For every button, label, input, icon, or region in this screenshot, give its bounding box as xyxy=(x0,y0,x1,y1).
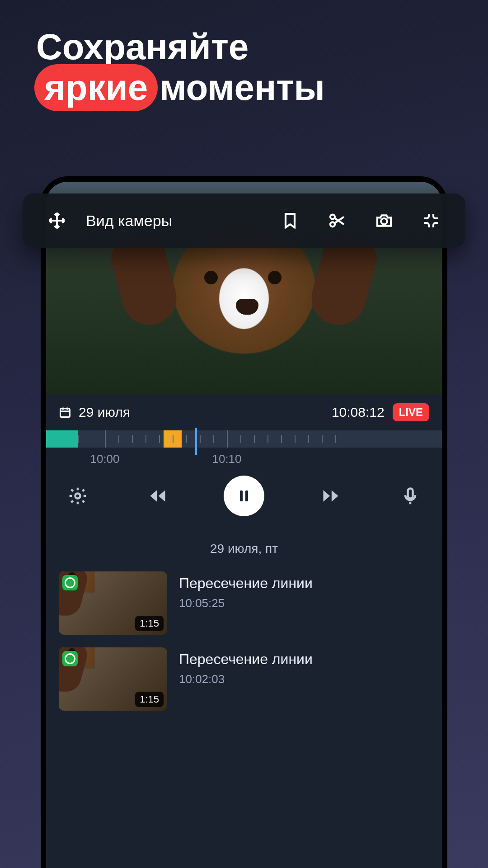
timeline-cursor[interactable] xyxy=(195,428,197,455)
camera-icon[interactable] xyxy=(373,210,395,231)
pause-button[interactable] xyxy=(224,476,264,516)
event-type-icon xyxy=(62,651,78,666)
phone-mockup: 29 июля 10:08:12 LIVE 10: xyxy=(41,176,447,868)
forward-button[interactable] xyxy=(317,482,344,509)
move-icon[interactable] xyxy=(46,210,68,231)
svg-point-1 xyxy=(75,494,80,499)
current-time: 10:08:12 xyxy=(332,405,385,420)
microphone-button[interactable] xyxy=(397,482,424,509)
event-type-icon xyxy=(62,575,78,590)
event-title: Пересечение линии xyxy=(179,575,313,592)
event-item[interactable]: 1:15 Пересечение линии 10:02:03 xyxy=(46,641,442,717)
collapse-icon[interactable] xyxy=(420,210,442,231)
headline-line2-rest: моменты xyxy=(160,68,324,108)
event-item[interactable]: 1:15 Пересечение линии 10:05:25 xyxy=(46,565,442,641)
event-thumbnail: 1:15 xyxy=(59,571,167,635)
event-time: 10:05:25 xyxy=(179,596,313,610)
svg-point-7 xyxy=(381,218,387,224)
event-thumbnail: 1:15 xyxy=(59,647,167,711)
timeline-ticks xyxy=(46,430,442,448)
bookmark-icon[interactable] xyxy=(279,210,301,231)
scissors-icon[interactable] xyxy=(326,210,348,231)
current-date[interactable]: 29 июля xyxy=(79,405,130,420)
events-date-header: 29 июля, пт xyxy=(46,530,442,565)
live-badge[interactable]: LIVE xyxy=(393,403,429,421)
promo-headline: Сохраняйте яркие моменты xyxy=(36,27,325,108)
phone-screen: 29 июля 10:08:12 LIVE 10: xyxy=(46,182,442,868)
calendar-icon[interactable] xyxy=(59,406,71,419)
svg-rect-3 xyxy=(245,491,248,501)
event-duration: 1:15 xyxy=(135,692,164,707)
event-title: Пересечение линии xyxy=(179,651,313,668)
settings-button[interactable] xyxy=(64,482,91,509)
timeline[interactable]: 10:00 10:10 xyxy=(46,430,442,453)
svg-rect-2 xyxy=(240,491,243,501)
rewind-button[interactable] xyxy=(144,482,171,509)
event-duration: 1:15 xyxy=(135,616,164,631)
svg-rect-4 xyxy=(408,489,413,499)
date-time-bar: 29 июля 10:08:12 LIVE xyxy=(46,394,442,430)
headline-highlight: яркие xyxy=(36,67,156,108)
event-time: 10:02:03 xyxy=(179,672,313,686)
headline-line1: Сохраняйте xyxy=(36,27,249,67)
svg-rect-0 xyxy=(61,409,70,417)
camera-view-label[interactable]: Вид камеры xyxy=(86,212,261,230)
camera-toolbar: Вид камеры xyxy=(23,193,465,248)
